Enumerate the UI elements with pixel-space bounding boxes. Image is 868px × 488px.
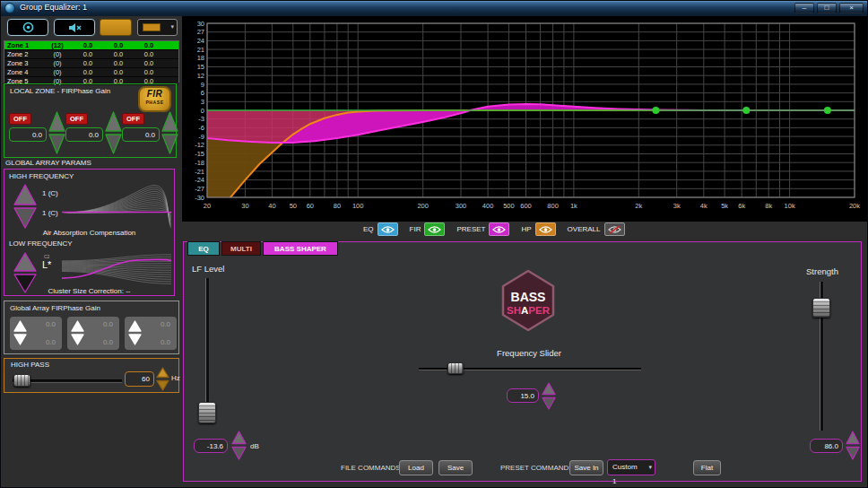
lf-value: L* [42, 259, 51, 270]
zone-row[interactable]: Zone 4 (0) 0.0 0.0 0.0 [4, 67, 178, 76]
eq-visibility-button[interactable] [378, 222, 398, 236]
eye-icon [381, 225, 395, 234]
svg-text:-18: -18 [195, 159, 204, 167]
firphase-gain-box[interactable]: 0.0 0.0 [125, 317, 177, 350]
svg-text:-3: -3 [198, 115, 204, 123]
standby-button[interactable] [7, 19, 48, 36]
bass-shaper-panel: EQ MULTI BASS SHAPER LF Level -13.6 dB B… [183, 241, 862, 482]
zone-color-button[interactable] [100, 19, 132, 36]
zone-value: 0.0 [103, 50, 134, 58]
zone-row[interactable]: Zone 2 (0) 0.0 0.0 0.0 [4, 49, 178, 58]
gain-bottom: 0.0 [161, 338, 170, 346]
preset-select[interactable]: Custom 1 ▾ [607, 459, 655, 475]
svg-text:-6: -6 [198, 124, 204, 132]
svg-text:600: 600 [520, 202, 532, 210]
strength-handle[interactable] [812, 298, 830, 318]
zone-table: Zone 1 (12) 0.0 0.0 0.0 Zone 2 (0) 0.0 0… [4, 40, 179, 83]
zone-row[interactable]: Zone 3 (0) 0.0 0.0 0.0 [4, 58, 178, 67]
hf-spinner[interactable] [13, 184, 37, 229]
minimize-button[interactable]: – [794, 3, 814, 13]
hp-slider-handle[interactable] [13, 374, 30, 387]
gain-spinner[interactable] [128, 320, 142, 345]
frequency-spinner[interactable] [542, 382, 556, 410]
lf-level-spinner[interactable] [231, 431, 247, 460]
badge-text: PHASE [140, 100, 169, 105]
mute-button[interactable] [54, 19, 95, 36]
close-button[interactable]: × [839, 3, 864, 13]
firphase-gain-box[interactable]: 0.0 0.0 [67, 317, 119, 350]
zone-count: (0) [42, 59, 73, 67]
load-button[interactable]: Load [399, 460, 433, 475]
toggle-label: HP [521, 225, 531, 233]
titlebar[interactable]: Group Equalizer: 1 – □ × [1, 1, 868, 16]
file-commands-label: FILE COMMANDS [341, 464, 401, 472]
gain-value-field[interactable]: 0.0 [122, 127, 160, 142]
svg-text:500: 500 [503, 202, 515, 210]
tab-bass-shaper[interactable]: BASS SHAPER [263, 241, 338, 256]
off-button[interactable]: OFF [9, 113, 31, 125]
frequency-slider-label: Frequency Slider [417, 348, 641, 358]
color-select[interactable]: ▾ [137, 19, 178, 36]
firphase-gain-box[interactable]: 0.0 0.0 [10, 317, 62, 350]
svg-text:27: 27 [197, 28, 204, 36]
flat-button[interactable]: Flat [693, 460, 721, 475]
air-absorption-graph [62, 182, 171, 231]
hp-frequency-field[interactable]: 60 [125, 371, 154, 387]
hf-value-bottom: 1 (C) [42, 209, 58, 217]
eye-slash-icon [608, 225, 621, 234]
gain-spinner[interactable] [71, 320, 84, 345]
lf-level-unit: dB [250, 442, 259, 450]
app-window: Group Equalizer: 1 – □ × ▾ Zone 1 (12) 0… [0, 0, 868, 488]
off-button[interactable]: OFF [65, 113, 88, 125]
save-in-button[interactable]: Save In [569, 460, 603, 475]
gain-spinner[interactable] [48, 111, 65, 154]
panel-title: HIGH PASS [11, 361, 49, 369]
chevron-down-icon: ▾ [648, 460, 652, 475]
eye-icon [539, 225, 552, 234]
gain-bottom: 0.0 [46, 338, 56, 346]
svg-text:-12: -12 [195, 141, 204, 149]
strength-spinner[interactable] [846, 431, 860, 460]
overall-visibility-button[interactable] [604, 222, 625, 236]
zone-row[interactable]: Zone 1 (12) 0.0 0.0 0.0 [4, 41, 178, 49]
toggle-label: EQ [363, 225, 374, 233]
hp-unit: Hz [171, 374, 180, 382]
toggle-fir: FIR [410, 222, 446, 236]
preset-visibility-button[interactable] [489, 222, 509, 236]
maximize-button[interactable]: □ [817, 3, 837, 13]
lf-level-track[interactable] [205, 278, 210, 420]
hf-label: HIGH FREQUENCY [9, 172, 74, 180]
frequency-response-graph[interactable]: -30-27-24-21-18-15-12-9-6-30369121518212… [182, 16, 867, 222]
gain-spinner[interactable] [161, 111, 178, 154]
zone-name: Zone 3 [4, 59, 42, 67]
zone-name: Zone 1 [4, 41, 42, 49]
svg-text:-21: -21 [195, 168, 204, 176]
hp-visibility-button[interactable] [535, 222, 556, 236]
app-icon [4, 3, 15, 13]
svg-text:400: 400 [482, 202, 494, 210]
bass-shaper-logo: BASS SHAPER [499, 269, 557, 332]
svg-text:30: 30 [197, 20, 204, 28]
gain-value-field[interactable]: 0.0 [65, 127, 103, 142]
frequency-slider-handle[interactable] [447, 362, 464, 374]
lf-level-handle[interactable] [198, 402, 216, 423]
firphase-channel: OFF 0.0 [122, 113, 178, 158]
global-array-panel: HIGH FREQUENCY 1 (C) 1 (C) Air Absorptio… [4, 169, 175, 296]
gain-value-field[interactable]: 0.0 [9, 127, 47, 142]
eq-curve-plot[interactable]: -30-27-24-21-18-15-12-9-6-30369121518212… [182, 16, 867, 222]
strength-field[interactable]: 86.0 [810, 439, 843, 453]
gain-spinner[interactable] [13, 320, 27, 345]
window-controls: – □ × [794, 3, 864, 13]
off-button[interactable]: OFF [122, 113, 144, 125]
save-button[interactable]: Save [438, 460, 473, 475]
firphase-channel: OFF 0.0 [9, 113, 65, 158]
frequency-field[interactable]: 15.0 [507, 388, 539, 403]
lf-level-field[interactable]: -13.6 [194, 439, 228, 453]
hp-spinner[interactable] [156, 367, 169, 391]
gain-spinner[interactable] [105, 111, 122, 154]
zone-name: Zone 4 [4, 68, 42, 76]
tab-eq[interactable]: EQ [187, 241, 220, 256]
tab-multi[interactable]: MULTI [221, 241, 261, 256]
fir-visibility-button[interactable] [424, 222, 445, 236]
svg-text:30: 30 [241, 202, 248, 210]
